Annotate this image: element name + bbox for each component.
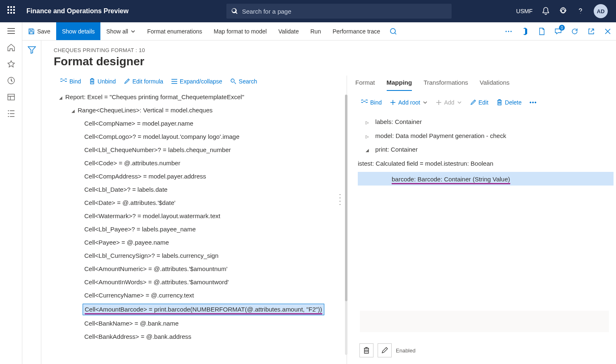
favorite-icon[interactable]	[7, 59, 16, 69]
add-root-button[interactable]: Add root	[387, 98, 431, 107]
delete-label: Delete	[505, 99, 521, 106]
run-label: Run	[310, 28, 321, 35]
page-search-button[interactable]	[386, 22, 401, 40]
hamburger-icon[interactable]	[7, 26, 16, 36]
tree-node-label: Cell<CurrencyName> = @.currency.text	[84, 292, 194, 299]
tree-node-label: Cell<Lbl_ChequeNumber>? = labels.cheque_…	[84, 146, 231, 153]
app-launcher-icon[interactable]	[7, 6, 17, 16]
show-all-button[interactable]: Show all	[100, 22, 141, 40]
tree-node[interactable]: Cell<AmountNumeric> = @.attributes.'$amo…	[58, 262, 344, 276]
bind-label: Bind	[69, 78, 81, 85]
edit-button[interactable]: Edit	[467, 98, 492, 107]
performance-trace-button[interactable]: Performance trace	[327, 22, 386, 40]
tree-node[interactable]: Cell<Lbl_CurrencySign>? = labels.currenc…	[58, 249, 344, 262]
attachments-icon[interactable]	[533, 22, 550, 40]
tree-node[interactable]: Cell<Code> = @.attributes.number	[58, 157, 344, 170]
run-button[interactable]: Run	[304, 22, 327, 40]
tab-format[interactable]: Format	[355, 76, 375, 91]
map-node-selected[interactable]: barcode: Barcode: Container (String Valu…	[358, 170, 616, 187]
tree-node[interactable]: Cell<Payee> = @.payee.name	[58, 236, 344, 249]
company-label[interactable]: USMF	[516, 8, 533, 14]
tree-node[interactable]: Cell<CompName> = model.payer.name	[58, 117, 344, 130]
tab-mapping[interactable]: Mapping	[387, 76, 412, 91]
tree-node[interactable]: Cell<Watermark>? = model.layout.watermar…	[58, 209, 344, 223]
modules-icon[interactable]	[7, 109, 16, 118]
format-enumerations-button[interactable]: Format enumerations	[141, 22, 208, 40]
map-more-button[interactable]	[526, 98, 540, 107]
delete-button[interactable]: Delete	[493, 98, 525, 107]
recent-icon[interactable]	[7, 76, 16, 85]
tree-node[interactable]: Cell<Lbl_Date>? = labels.date	[58, 183, 344, 196]
unbind-button[interactable]: Unbind	[86, 76, 119, 86]
expand-collapse-button[interactable]: Expand/collapse	[168, 76, 226, 86]
messages-icon[interactable]: 0	[550, 22, 566, 40]
search-input[interactable]	[242, 8, 447, 15]
map-node[interactable]: ▷ model: Data model Payment generation -…	[358, 129, 616, 143]
search-tree-button[interactable]: Search	[227, 76, 260, 86]
tree-node[interactable]: ◢Range<ChequeLines>: Vertical = model.ch…	[58, 104, 344, 117]
more-icon[interactable]	[500, 22, 517, 40]
map-node-label: istest: Calculated field = model.istestr…	[358, 160, 493, 167]
add-label: Add	[444, 99, 454, 106]
tree-node[interactable]: Cell<CompLogo>? = model.layout.'company …	[58, 130, 344, 143]
formula-textbox[interactable]	[359, 310, 609, 333]
tab-transformations[interactable]: Transformations	[423, 76, 468, 91]
map-node[interactable]: istest: Calculated field = model.istestr…	[358, 157, 616, 171]
tree-node[interactable]: Cell<AmountInWords> = @.attributes.'$amo…	[58, 276, 344, 289]
tab-validations[interactable]: Validations	[480, 76, 509, 91]
delete-iconbutton[interactable]	[359, 343, 373, 357]
chevron-down-icon	[457, 100, 462, 105]
svg-point-3	[508, 31, 509, 32]
validate-button[interactable]: Validate	[273, 22, 305, 40]
validate-label: Validate	[278, 28, 299, 35]
svg-rect-1	[8, 94, 14, 100]
scrollbar[interactable]	[345, 95, 347, 355]
tree-node[interactable]: Cell<BankAddress> = @.bank.address	[58, 330, 344, 343]
svg-point-7	[533, 102, 534, 103]
bind-button[interactable]: Bind	[57, 76, 84, 86]
chevron-down-icon	[423, 100, 428, 105]
svg-point-4	[511, 31, 512, 32]
caret-down-icon[interactable]: ◢	[58, 95, 64, 101]
edit-formula-button[interactable]: Edit formula	[121, 76, 166, 86]
map-format-button[interactable]: Map format to model	[208, 22, 272, 40]
save-button[interactable]: Save	[22, 22, 56, 40]
caret-right-icon[interactable]: ▷	[364, 133, 370, 140]
caret-down-icon[interactable]: ◢	[364, 147, 370, 154]
caret-right-icon[interactable]: ▷	[364, 119, 370, 126]
office-icon[interactable]	[517, 22, 533, 40]
map-node[interactable]: ◢ print: Container	[358, 143, 616, 157]
tree-node[interactable]: Cell<Date> = @.attributes.'$date'	[58, 196, 344, 209]
tree-node[interactable]: Cell<BankName> = @.bank.name	[58, 317, 344, 330]
tree-node[interactable]: Cell<Lbl_ChequeNumber>? = labels.cheque_…	[58, 143, 344, 157]
format-tree[interactable]: ◢Report: Excel = "Cheques printing forma…	[54, 90, 344, 364]
tree-node[interactable]: Cell<CompAddress> = model.payer.address	[58, 170, 344, 183]
user-avatar[interactable]: AD	[594, 4, 608, 18]
refresh-icon[interactable]	[566, 22, 583, 40]
show-details-button[interactable]: Show details	[56, 22, 100, 40]
help-icon[interactable]	[576, 7, 585, 15]
settings-icon[interactable]	[559, 7, 567, 15]
format-enum-label: Format enumerations	[147, 28, 202, 35]
mapping-tree[interactable]: ▷ labels: Container ▷ model: Data model …	[354, 112, 616, 187]
add-root-label: Add root	[398, 99, 420, 106]
map-bind-button[interactable]: Bind	[358, 98, 385, 107]
edit-iconbutton[interactable]	[378, 343, 392, 357]
tree-node-selected[interactable]: Cell<AmountBarcode> = print.barcode(NUMB…	[58, 302, 344, 317]
popout-icon[interactable]	[583, 22, 599, 40]
workspaces-icon[interactable]	[7, 93, 16, 102]
splitter-handle[interactable]	[340, 194, 342, 205]
show-all-label: Show all	[106, 28, 128, 35]
tree-node-label: Cell<Code> = @.attributes.number	[84, 159, 180, 167]
map-node[interactable]: ▷ labels: Container	[358, 115, 616, 129]
scrollbar-thumb[interactable]	[345, 95, 347, 301]
caret-down-icon[interactable]: ◢	[70, 108, 76, 114]
global-search[interactable]	[226, 4, 452, 19]
close-icon[interactable]	[599, 22, 616, 40]
tree-node[interactable]: ◢Report: Excel = "Cheques printing forma…	[58, 90, 344, 104]
notifications-icon[interactable]	[542, 7, 550, 15]
home-icon[interactable]	[7, 43, 16, 52]
tree-node[interactable]: Cell<CurrencyName> = @.currency.text	[58, 289, 344, 302]
filter-icon[interactable]	[28, 46, 36, 364]
tree-node[interactable]: Cell<Lbl_Payee>? = labels.payee_name	[58, 223, 344, 236]
